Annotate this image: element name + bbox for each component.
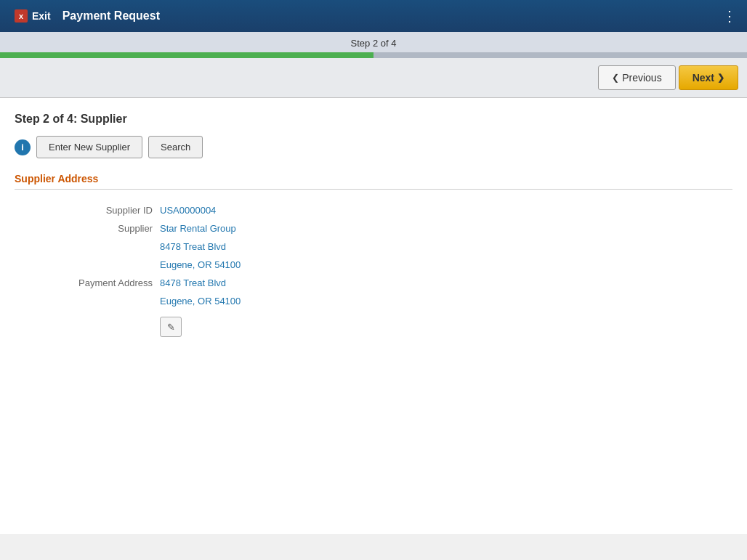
progress-bar-fill xyxy=(0,52,374,58)
exit-label: Exit xyxy=(32,10,51,22)
edit-spacer xyxy=(15,310,160,341)
prev-chevron-icon: ❮ xyxy=(612,73,619,83)
supplier-address2-value: Eugene, OR 54100 xyxy=(160,256,732,274)
step-heading: Step 2 of 4: Supplier xyxy=(15,113,732,126)
progress-area: Step 2 of 4 xyxy=(0,32,747,58)
supplier-address1-value: 8478 Treat Blvd xyxy=(160,238,732,256)
info-icon[interactable]: i xyxy=(15,139,31,155)
exit-button[interactable]: x Exit xyxy=(9,7,57,25)
supplier-id-value: USA0000004 xyxy=(160,201,732,219)
next-button[interactable]: Next ❯ xyxy=(679,65,738,90)
previous-label: Previous xyxy=(622,72,661,84)
payment-address1-value: 8478 Treat Blvd xyxy=(160,274,732,292)
supplier-label: Supplier xyxy=(15,219,160,238)
page-title: Payment Request xyxy=(62,9,160,23)
payment-address-label-row: Payment Address 8478 Treat Blvd xyxy=(15,274,732,292)
supplier-address-section-title: Supplier Address xyxy=(15,173,732,190)
search-button[interactable]: Search xyxy=(148,136,203,158)
payment-address2-value: Eugene, OR 54100 xyxy=(160,292,732,310)
edit-row: ✎ xyxy=(15,310,732,341)
supplier-address1-row: 8478 Treat Blvd xyxy=(15,238,732,256)
next-label: Next xyxy=(693,72,714,84)
supplier-id-label: Supplier ID xyxy=(15,201,160,219)
enter-new-supplier-button[interactable]: Enter New Supplier xyxy=(36,136,142,158)
nav-area: ❮ Previous Next ❯ xyxy=(0,58,747,98)
exit-x-icon: x xyxy=(15,9,28,23)
progress-label: Step 2 of 4 xyxy=(0,38,747,49)
payment-address2-row: Eugene, OR 54100 xyxy=(15,292,732,310)
supplier-address2-label xyxy=(15,256,160,274)
toolbar: i Enter New Supplier Search xyxy=(15,136,732,158)
supplier-address2-row: Eugene, OR 54100 xyxy=(15,256,732,274)
supplier-form-table: Supplier ID USA0000004 Supplier Star Ren… xyxy=(15,201,732,341)
header-menu-button[interactable]: ⋮ xyxy=(722,9,738,23)
app-header: x Exit Payment Request ⋮ xyxy=(0,0,747,32)
progress-bar-track xyxy=(0,52,747,58)
payment-address2-label xyxy=(15,292,160,310)
supplier-address1-label xyxy=(15,238,160,256)
supplier-id-row: Supplier ID USA0000004 xyxy=(15,201,732,219)
supplier-name-row: Supplier Star Rental Group xyxy=(15,219,732,238)
edit-cell: ✎ xyxy=(160,310,732,341)
edit-button[interactable]: ✎ xyxy=(160,317,182,337)
supplier-name-value: Star Rental Group xyxy=(160,219,732,238)
payment-address-label: Payment Address xyxy=(15,274,160,292)
next-chevron-icon: ❯ xyxy=(717,73,724,83)
previous-button[interactable]: ❮ Previous xyxy=(598,65,675,90)
main-content: Step 2 of 4: Supplier i Enter New Suppli… xyxy=(0,98,747,534)
